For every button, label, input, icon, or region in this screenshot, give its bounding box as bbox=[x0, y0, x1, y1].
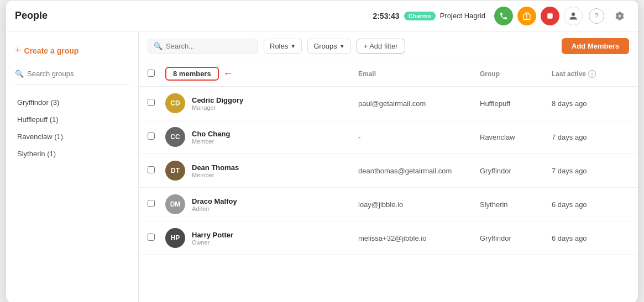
groups-label: Groups bbox=[313, 42, 337, 50]
sidebar-group-item[interactable]: Slytherin (1) bbox=[15, 145, 129, 162]
main-layout: + Create a group 🔍 Gryffindor (3)Hufflep… bbox=[6, 31, 638, 302]
row-checkbox[interactable] bbox=[148, 133, 155, 140]
row-checkbox-wrapper bbox=[148, 199, 165, 209]
members-count-badge: 8 members bbox=[165, 67, 219, 81]
member-role: Owner bbox=[192, 239, 358, 246]
last-active-column-header: Last active i bbox=[552, 70, 629, 78]
member-name: Harry Potter bbox=[192, 231, 358, 239]
groups-chevron-icon: ▼ bbox=[339, 43, 345, 49]
table-row: DM Draco Malfoy Admin loay@jibble.io Sly… bbox=[139, 188, 638, 221]
create-group-button[interactable]: + Create a group bbox=[15, 43, 78, 59]
clock: 2:53:43 bbox=[373, 12, 399, 20]
row-checkbox-wrapper bbox=[148, 132, 165, 142]
member-info: Cho Chang Member bbox=[192, 130, 358, 145]
top-bar: People 2:53:43 Charms Project Hagrid ? bbox=[6, 1, 638, 31]
avatar: DM bbox=[165, 194, 185, 214]
member-info: Harry Potter Owner bbox=[192, 231, 358, 246]
table-header-row: 8 members ← Email Group Last active i bbox=[139, 61, 638, 87]
member-last-active: 7 days ago bbox=[552, 133, 629, 141]
member-name: Dean Thomas bbox=[192, 163, 358, 172]
member-group: Gryffindor bbox=[480, 234, 552, 242]
member-last-active: 7 days ago bbox=[552, 167, 629, 175]
member-info: Cedric Diggory Manager bbox=[192, 96, 358, 111]
table-area: 8 members ← Email Group Last active i CD bbox=[139, 61, 638, 302]
last-active-info-icon[interactable]: i bbox=[588, 70, 596, 78]
sidebar: + Create a group 🔍 Gryffindor (3)Hufflep… bbox=[6, 31, 139, 302]
table-row: DT Dean Thomas Member deanthomas@getairm… bbox=[139, 154, 638, 188]
select-all-checkbox[interactable] bbox=[148, 70, 155, 77]
sidebar-group-item[interactable]: Ravenclaw (1) bbox=[15, 128, 129, 145]
group-list: Gryffindor (3)Hufflepuff (1)Ravenclaw (1… bbox=[15, 94, 129, 162]
content-toolbar: 🔍 Roles ▼ Groups ▼ + Add filter Add Memb… bbox=[139, 31, 638, 61]
top-bar-icons: ? bbox=[494, 7, 629, 25]
app-window: People 2:53:43 Charms Project Hagrid ? bbox=[6, 0, 638, 302]
avatar: DT bbox=[165, 161, 185, 181]
roles-label: Roles bbox=[270, 42, 288, 50]
help-button[interactable]: ? bbox=[587, 7, 606, 25]
member-email: deanthomas@getairmail.com bbox=[358, 167, 480, 175]
charms-badge[interactable]: Charms bbox=[404, 12, 436, 20]
table-row: CD Cedric Diggory Manager paul@getairmai… bbox=[139, 87, 638, 120]
sidebar-group-item[interactable]: Hufflepuff (1) bbox=[15, 111, 129, 128]
add-members-button[interactable]: Add Members bbox=[562, 38, 629, 54]
member-group: Ravenclaw bbox=[480, 133, 552, 141]
sidebar-group-item[interactable]: Gryffindor (3) bbox=[15, 94, 129, 111]
member-email: loay@jibble.io bbox=[358, 200, 480, 209]
user-button[interactable] bbox=[564, 7, 583, 25]
member-email: melissa+32@jibble.io bbox=[358, 234, 480, 242]
search-icon: 🔍 bbox=[154, 42, 163, 50]
member-name: Cho Chang bbox=[192, 130, 358, 138]
member-info: Draco Malfoy Admin bbox=[192, 197, 358, 212]
group-column-header: Group bbox=[480, 70, 552, 78]
phone-button[interactable] bbox=[494, 7, 513, 25]
row-checkbox-wrapper bbox=[148, 166, 165, 176]
avatar: CC bbox=[165, 127, 185, 147]
arrow-right-icon: ← bbox=[223, 68, 233, 80]
roles-chevron-icon: ▼ bbox=[290, 43, 296, 49]
plus-icon: + bbox=[15, 45, 21, 56]
stop-button[interactable] bbox=[541, 7, 559, 25]
member-info: Dean Thomas Member bbox=[192, 163, 358, 178]
search-groups-input[interactable] bbox=[27, 70, 129, 78]
create-group-label: Create a group bbox=[24, 46, 79, 55]
search-input-wrapper: 🔍 bbox=[148, 39, 258, 54]
avatar: HP bbox=[165, 228, 185, 248]
member-group: Gryffindor bbox=[480, 167, 552, 175]
project-label: Project Hagrid bbox=[440, 12, 485, 20]
search-input[interactable] bbox=[166, 42, 243, 50]
add-filter-button[interactable]: + Add filter bbox=[357, 39, 405, 54]
table-rows: CD Cedric Diggory Manager paul@getairmai… bbox=[139, 87, 638, 255]
member-name: Draco Malfoy bbox=[192, 197, 358, 205]
member-name: Cedric Diggory bbox=[192, 96, 358, 104]
app-title: People bbox=[15, 10, 48, 22]
member-role: Manager bbox=[192, 104, 358, 111]
member-last-active: 6 days ago bbox=[552, 200, 629, 209]
member-last-active: 6 days ago bbox=[552, 234, 629, 242]
table-row: CC Cho Chang Member - Ravenclaw 7 days a… bbox=[139, 120, 638, 154]
search-groups-wrapper: 🔍 bbox=[15, 70, 129, 85]
email-column-header: Email bbox=[358, 70, 480, 78]
member-group: Slytherin bbox=[480, 200, 552, 209]
member-email: paul@getairmail.com bbox=[358, 99, 480, 108]
row-checkbox[interactable] bbox=[148, 99, 155, 106]
add-members-label: Add Members bbox=[572, 42, 619, 50]
row-checkbox[interactable] bbox=[148, 166, 155, 173]
member-role: Admin bbox=[192, 205, 358, 212]
gift-button[interactable] bbox=[517, 7, 536, 25]
search-groups-icon: 🔍 bbox=[15, 70, 24, 78]
table-row: HP Harry Potter Owner melissa+32@jibble.… bbox=[139, 221, 638, 255]
svg-rect-0 bbox=[547, 13, 552, 18]
roles-filter-button[interactable]: Roles ▼ bbox=[264, 39, 302, 54]
row-checkbox-wrapper bbox=[148, 98, 165, 108]
member-role: Member bbox=[192, 138, 358, 145]
member-role: Member bbox=[192, 172, 358, 178]
add-filter-label: + Add filter bbox=[364, 42, 398, 50]
row-checkbox-wrapper bbox=[148, 233, 165, 243]
settings-button[interactable] bbox=[610, 7, 629, 25]
row-checkbox[interactable] bbox=[148, 200, 155, 207]
groups-filter-button[interactable]: Groups ▼ bbox=[307, 39, 351, 54]
avatar: CD bbox=[165, 93, 185, 113]
row-checkbox[interactable] bbox=[148, 234, 155, 241]
member-group: Hufflepuff bbox=[480, 99, 552, 108]
member-email: - bbox=[358, 133, 480, 141]
